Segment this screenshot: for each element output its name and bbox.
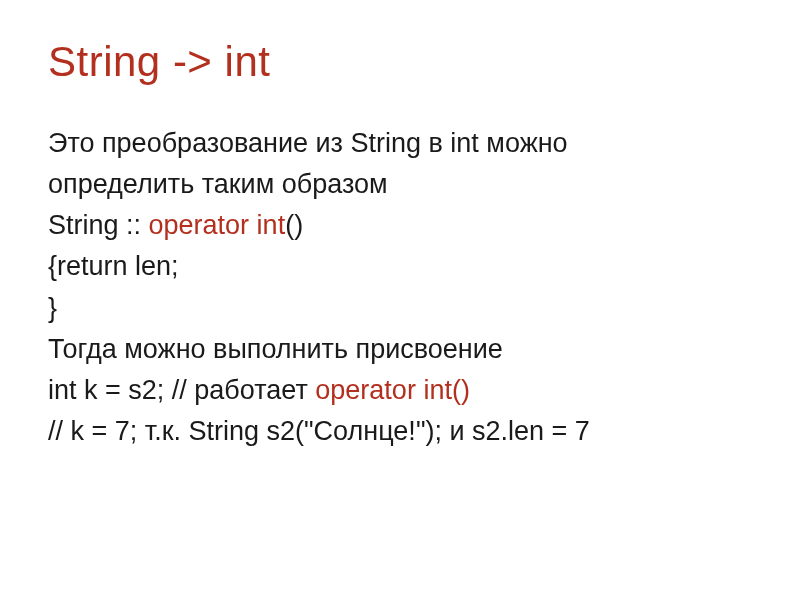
body-line-3-accent: operator int (149, 210, 286, 240)
body-line-3-plain: String :: (48, 210, 149, 240)
body-line-7-plain: int k = s2; // работает (48, 375, 315, 405)
body-line-8: // k = 7; т.к. String s2("Солнце!"); и s… (48, 412, 756, 451)
body-line-1: Это преобразование из String в int можно (48, 124, 756, 163)
body-line-7: int k = s2; // работает operator int() (48, 371, 756, 410)
body-line-2: определить таким образом (48, 165, 756, 204)
body-line-3: String :: operator int() (48, 206, 756, 245)
body-line-4: {return len; (48, 247, 756, 286)
body-line-6: Тогда можно выполнить присвоение (48, 330, 756, 369)
body-line-5: } (48, 289, 756, 328)
body-line-3-tail: () (285, 210, 303, 240)
slide-title: String -> int (48, 38, 756, 86)
body-line-7-accent: operator int() (315, 375, 470, 405)
slide: String -> int Это преобразование из Stri… (0, 0, 800, 600)
slide-body: Это преобразование из String в int можно… (48, 124, 756, 451)
